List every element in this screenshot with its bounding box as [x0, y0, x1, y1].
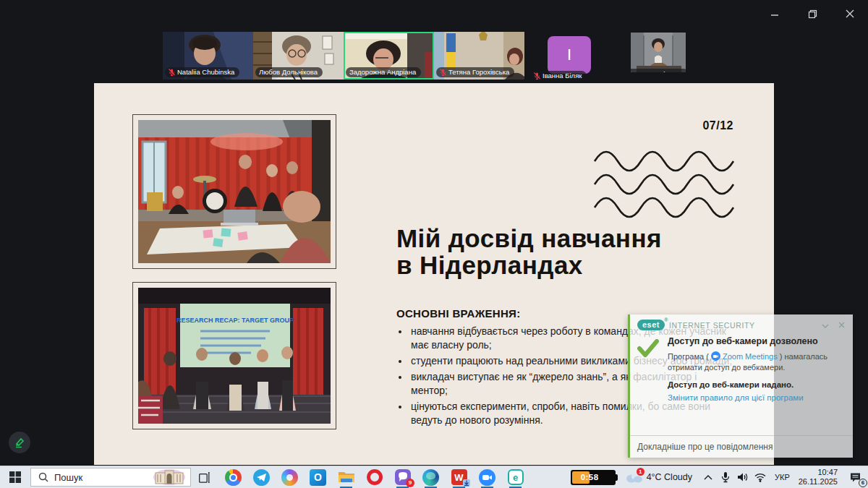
eset-footer-link[interactable]: Докладніше про це повідомлення — [630, 435, 853, 458]
eset-popup-body: Доступ до веб-камери дозволено Програма … — [630, 332, 853, 435]
annotate-button[interactable] — [9, 432, 30, 453]
weather-widget[interactable]: 1 4°C Cloudy — [624, 470, 692, 484]
edge-icon — [422, 469, 439, 486]
outlook-button[interactable]: O — [304, 466, 332, 488]
slide-title-line1: Мій досвід навчання — [396, 225, 662, 252]
outlook-icon: O — [310, 469, 326, 486]
participant-name: Тетяна Горохівська — [448, 68, 509, 76]
video-tile[interactable]: Nataliia Chubinska — [163, 32, 253, 80]
participant-name: Іванна Біляк — [542, 72, 582, 80]
eset-popup-title: Доступ до веб-камери дозволено — [668, 336, 846, 346]
pencil-icon — [14, 437, 25, 448]
message-prefix: Програма ( — [668, 352, 709, 361]
eset-notification-popup: eset® INTERNET SECURITY Доступ до веб-ка… — [628, 314, 853, 458]
slide-photo-presentation: RESEARCH RECAP: TARGET GROUP — [132, 282, 336, 429]
task-view-button[interactable] — [191, 466, 219, 488]
file-explorer-icon — [338, 470, 355, 484]
search-placeholder: Пошук — [54, 472, 147, 483]
edge-button[interactable] — [417, 466, 445, 488]
eset-icon: e — [508, 469, 524, 485]
zoom-app-icon — [711, 351, 720, 361]
muted-mic-icon — [440, 69, 446, 76]
weather-badge: 1 — [637, 468, 644, 476]
video-tile[interactable]: Олександр Ієвлєв — [631, 33, 686, 72]
chrome-icon — [225, 469, 242, 486]
taskbar: Пошук O — [0, 466, 868, 488]
file-explorer-button[interactable] — [332, 466, 360, 488]
eset-product-name: INTERNET SECURITY — [669, 321, 815, 330]
notification-center-button[interactable]: 6 — [843, 466, 868, 488]
eset-granted-text: Доступ до веб-камери надано. — [668, 380, 846, 389]
telegram-button[interactable] — [247, 466, 276, 488]
tray-time: 10:47 — [799, 468, 838, 477]
zoom-app-button[interactable] — [473, 466, 501, 488]
chrome-button[interactable] — [219, 466, 247, 488]
clock-widget[interactable]: 10:47 26.11.2025 — [796, 468, 843, 487]
language-indicator[interactable]: УКР — [769, 473, 796, 481]
restore-button[interactable] — [800, 4, 825, 23]
participant-name-label: Nataliia Chubinska — [165, 67, 239, 77]
avatar-tile[interactable]: І — [548, 36, 591, 74]
slide-title: Мій досвід навчання в Нідерландах — [396, 225, 662, 278]
participant-name: Задорожна Андріана — [349, 68, 416, 76]
viber-badge: 9 — [406, 479, 414, 487]
eset-logo: eset® — [637, 320, 665, 330]
tray-date: 26.11.2025 — [799, 477, 838, 487]
copilot-icon — [281, 469, 298, 486]
task-view-icon — [199, 472, 211, 483]
copilot-button[interactable] — [276, 466, 304, 488]
waves-decoration — [593, 150, 735, 222]
change-rule-link[interactable]: Змінити правило для цієї програми — [668, 393, 846, 402]
participant-video-strip: Nataliia Chubinska Любов Дольнікова — [0, 32, 868, 84]
slide-page-number: 07/12 — [702, 119, 733, 132]
success-checkmark-icon — [637, 336, 660, 435]
tray-expand-button[interactable] — [699, 466, 717, 488]
taskbar-search-box[interactable]: Пошук — [30, 468, 191, 487]
windows-logo-icon — [9, 471, 21, 483]
zoom-icon — [479, 469, 495, 486]
participant-name: Любов Дольнікова — [259, 68, 318, 76]
participant-name-label: Іванна Біляк — [530, 71, 587, 81]
participant-name-label: Тетяна Горохівська — [436, 67, 514, 77]
slide-section-heading: ОСНОВНІ ВРАЖЕННЯ: — [396, 307, 520, 320]
slide-title-line2: в Нідерландах — [396, 252, 662, 278]
system-tray: 0:58 1 4°C Cloudy — [571, 466, 868, 488]
photo-screen-title: RESEARCH RECAP: TARGET GROUP — [176, 317, 294, 324]
minimize-button[interactable] — [762, 4, 787, 23]
video-tile[interactable]: Тетяна Горохівська — [434, 32, 524, 80]
eset-popup-message: Програма ( Zoom Meetings ) намагалась от… — [668, 351, 846, 373]
muted-mic-icon — [169, 69, 175, 76]
opera-icon — [367, 469, 383, 485]
avatar-letter: І — [567, 46, 571, 64]
window-controls — [762, 4, 862, 23]
speaker-icon[interactable] — [734, 466, 752, 488]
telegram-icon — [253, 469, 270, 486]
microphone-icon[interactable] — [717, 466, 734, 488]
word-download-button[interactable]: W — [445, 466, 473, 488]
collapse-chevron-icon[interactable] — [820, 320, 831, 330]
close-button[interactable] — [838, 4, 862, 23]
viber-button[interactable]: 9 — [388, 466, 417, 488]
start-button[interactable] — [0, 466, 30, 488]
popup-close-icon[interactable] — [835, 320, 847, 330]
search-icon — [38, 472, 48, 482]
download-arrow-badge — [463, 479, 470, 487]
participant-name-label: Задорожна Андріана — [346, 67, 421, 77]
participant-name-label: Любов Дольнікова — [255, 67, 323, 77]
video-tile-active-speaker[interactable]: Задорожна Андріана — [344, 32, 434, 80]
notification-count-badge: 6 — [859, 479, 867, 487]
video-tile[interactable]: Любов Дольнікова — [253, 32, 344, 80]
opera-button[interactable] — [360, 466, 388, 488]
slide-photo-workshop — [132, 114, 336, 269]
recording-timer-widget[interactable]: 0:58 — [571, 470, 616, 485]
zoom-meetings-link[interactable]: Zoom Meetings — [723, 352, 778, 361]
participant-name: Nataliia Chubinska — [177, 68, 234, 76]
participant-name: Олександр Ієвлєв — [631, 69, 684, 72]
weather-text: 4°C Cloudy — [647, 472, 692, 482]
eset-app-button[interactable]: e — [501, 466, 529, 488]
wifi-icon[interactable] — [752, 466, 769, 488]
muted-mic-icon — [534, 72, 540, 80]
participant-video — [631, 33, 686, 72]
search-highlight-building-icon — [153, 468, 186, 486]
timer-value: 0:58 — [581, 473, 599, 481]
